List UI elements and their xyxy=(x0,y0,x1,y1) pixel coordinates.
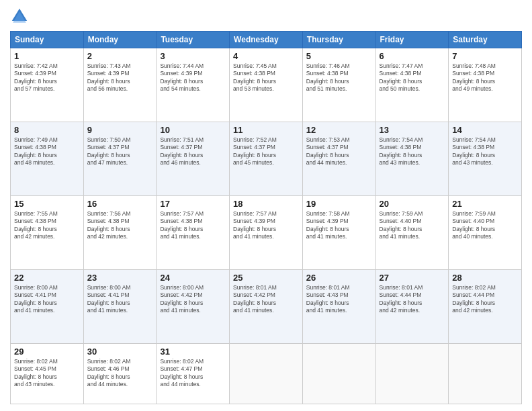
day-info: Sunrise: 8:02 AM Sunset: 4:45 PM Dayligh… xyxy=(14,358,80,389)
day-info: Sunrise: 7:54 AM Sunset: 4:38 PM Dayligh… xyxy=(380,136,445,167)
day-cell: 21 Sunrise: 7:59 AM Sunset: 4:40 PM Dayl… xyxy=(449,196,522,270)
day-number: 23 xyxy=(87,273,153,283)
day-number: 13 xyxy=(380,125,445,135)
day-cell xyxy=(375,344,449,404)
day-cell: 6 Sunrise: 7:47 AM Sunset: 4:38 PM Dayli… xyxy=(375,48,449,122)
day-number: 4 xyxy=(233,51,299,61)
day-number: 30 xyxy=(87,347,153,357)
day-cell: 3 Sunrise: 7:44 AM Sunset: 4:39 PM Dayli… xyxy=(157,48,230,122)
calendar-table: SundayMondayTuesdayWednesdayThursdayFrid… xyxy=(10,31,522,404)
day-info: Sunrise: 7:42 AM Sunset: 4:39 PM Dayligh… xyxy=(14,62,80,93)
day-cell: 13 Sunrise: 7:54 AM Sunset: 4:38 PM Dayl… xyxy=(375,122,449,196)
day-number: 12 xyxy=(306,125,372,135)
day-info: Sunrise: 7:45 AM Sunset: 4:38 PM Dayligh… xyxy=(233,62,299,93)
day-info: Sunrise: 8:02 AM Sunset: 4:44 PM Dayligh… xyxy=(452,284,518,315)
day-info: Sunrise: 7:55 AM Sunset: 4:38 PM Dayligh… xyxy=(14,210,80,241)
day-cell: 28 Sunrise: 8:02 AM Sunset: 4:44 PM Dayl… xyxy=(449,270,522,344)
day-number: 15 xyxy=(14,199,80,209)
day-info: Sunrise: 7:47 AM Sunset: 4:38 PM Dayligh… xyxy=(380,62,445,93)
day-number: 20 xyxy=(380,199,445,209)
header-cell-monday: Monday xyxy=(83,32,157,48)
header-row: SundayMondayTuesdayWednesdayThursdayFrid… xyxy=(11,32,522,48)
day-info: Sunrise: 7:58 AM Sunset: 4:39 PM Dayligh… xyxy=(306,210,372,241)
day-info: Sunrise: 8:01 AM Sunset: 4:43 PM Dayligh… xyxy=(306,284,372,315)
day-number: 21 xyxy=(452,199,518,209)
logo-icon xyxy=(10,7,29,26)
header-cell-tuesday: Tuesday xyxy=(157,32,230,48)
day-cell: 9 Sunrise: 7:50 AM Sunset: 4:37 PM Dayli… xyxy=(83,122,157,196)
day-info: Sunrise: 7:51 AM Sunset: 4:37 PM Dayligh… xyxy=(160,136,226,167)
day-info: Sunrise: 7:43 AM Sunset: 4:39 PM Dayligh… xyxy=(87,62,153,93)
day-number: 27 xyxy=(380,273,445,283)
day-number: 2 xyxy=(87,51,153,61)
day-info: Sunrise: 8:00 AM Sunset: 4:41 PM Dayligh… xyxy=(14,284,80,315)
day-info: Sunrise: 7:48 AM Sunset: 4:38 PM Dayligh… xyxy=(452,62,518,93)
day-cell: 18 Sunrise: 7:57 AM Sunset: 4:39 PM Dayl… xyxy=(230,196,303,270)
day-cell: 25 Sunrise: 8:01 AM Sunset: 4:42 PM Dayl… xyxy=(230,270,303,344)
day-number: 11 xyxy=(233,125,299,135)
week-row-2: 8 Sunrise: 7:49 AM Sunset: 4:38 PM Dayli… xyxy=(11,122,522,196)
day-info: Sunrise: 7:53 AM Sunset: 4:37 PM Dayligh… xyxy=(306,136,372,167)
day-number: 26 xyxy=(306,273,372,283)
day-cell: 23 Sunrise: 8:00 AM Sunset: 4:41 PM Dayl… xyxy=(83,270,157,344)
day-cell xyxy=(449,344,522,404)
day-info: Sunrise: 7:57 AM Sunset: 4:39 PM Dayligh… xyxy=(233,210,299,241)
day-cell: 4 Sunrise: 7:45 AM Sunset: 4:38 PM Dayli… xyxy=(230,48,303,122)
day-cell: 7 Sunrise: 7:48 AM Sunset: 4:38 PM Dayli… xyxy=(449,48,522,122)
day-info: Sunrise: 8:01 AM Sunset: 4:42 PM Dayligh… xyxy=(233,284,299,315)
day-info: Sunrise: 8:01 AM Sunset: 4:44 PM Dayligh… xyxy=(380,284,445,315)
day-cell: 16 Sunrise: 7:56 AM Sunset: 4:38 PM Dayl… xyxy=(83,196,157,270)
day-cell xyxy=(302,344,375,404)
day-info: Sunrise: 7:56 AM Sunset: 4:38 PM Dayligh… xyxy=(87,210,153,241)
day-number: 17 xyxy=(160,199,226,209)
week-row-1: 1 Sunrise: 7:42 AM Sunset: 4:39 PM Dayli… xyxy=(11,48,522,122)
day-number: 25 xyxy=(233,273,299,283)
day-info: Sunrise: 7:46 AM Sunset: 4:38 PM Dayligh… xyxy=(306,62,372,93)
day-info: Sunrise: 7:49 AM Sunset: 4:38 PM Dayligh… xyxy=(14,136,80,167)
day-number: 16 xyxy=(87,199,153,209)
week-row-4: 22 Sunrise: 8:00 AM Sunset: 4:41 PM Dayl… xyxy=(11,270,522,344)
header xyxy=(10,7,522,26)
day-number: 31 xyxy=(160,347,226,357)
day-cell: 30 Sunrise: 8:02 AM Sunset: 4:46 PM Dayl… xyxy=(83,344,157,404)
day-cell: 11 Sunrise: 7:52 AM Sunset: 4:37 PM Dayl… xyxy=(230,122,303,196)
day-cell: 24 Sunrise: 8:00 AM Sunset: 4:42 PM Dayl… xyxy=(157,270,230,344)
day-info: Sunrise: 7:50 AM Sunset: 4:37 PM Dayligh… xyxy=(87,136,153,167)
page: SundayMondayTuesdayWednesdayThursdayFrid… xyxy=(0,0,532,411)
day-info: Sunrise: 7:59 AM Sunset: 4:40 PM Dayligh… xyxy=(452,210,518,241)
day-cell: 29 Sunrise: 8:02 AM Sunset: 4:45 PM Dayl… xyxy=(11,344,84,404)
day-number: 14 xyxy=(452,125,518,135)
header-cell-sunday: Sunday xyxy=(11,32,84,48)
day-info: Sunrise: 8:00 AM Sunset: 4:42 PM Dayligh… xyxy=(160,284,226,315)
day-number: 3 xyxy=(160,51,226,61)
day-number: 7 xyxy=(452,51,518,61)
day-number: 19 xyxy=(306,199,372,209)
day-number: 8 xyxy=(14,125,80,135)
day-cell: 8 Sunrise: 7:49 AM Sunset: 4:38 PM Dayli… xyxy=(11,122,84,196)
day-cell: 14 Sunrise: 7:54 AM Sunset: 4:38 PM Dayl… xyxy=(449,122,522,196)
day-info: Sunrise: 7:57 AM Sunset: 4:38 PM Dayligh… xyxy=(160,210,226,241)
day-info: Sunrise: 8:02 AM Sunset: 4:46 PM Dayligh… xyxy=(87,358,153,389)
day-cell: 20 Sunrise: 7:59 AM Sunset: 4:40 PM Dayl… xyxy=(375,196,449,270)
week-row-3: 15 Sunrise: 7:55 AM Sunset: 4:38 PM Dayl… xyxy=(11,196,522,270)
day-cell: 26 Sunrise: 8:01 AM Sunset: 4:43 PM Dayl… xyxy=(302,270,375,344)
day-cell: 5 Sunrise: 7:46 AM Sunset: 4:38 PM Dayli… xyxy=(302,48,375,122)
day-number: 9 xyxy=(87,125,153,135)
day-cell: 31 Sunrise: 8:02 AM Sunset: 4:47 PM Dayl… xyxy=(157,344,230,404)
week-row-5: 29 Sunrise: 8:02 AM Sunset: 4:45 PM Dayl… xyxy=(11,344,522,404)
day-info: Sunrise: 8:02 AM Sunset: 4:47 PM Dayligh… xyxy=(160,358,226,389)
day-cell: 19 Sunrise: 7:58 AM Sunset: 4:39 PM Dayl… xyxy=(302,196,375,270)
header-cell-wednesday: Wednesday xyxy=(230,32,303,48)
day-number: 29 xyxy=(14,347,80,357)
day-info: Sunrise: 7:54 AM Sunset: 4:38 PM Dayligh… xyxy=(452,136,518,167)
day-cell: 10 Sunrise: 7:51 AM Sunset: 4:37 PM Dayl… xyxy=(157,122,230,196)
header-cell-thursday: Thursday xyxy=(302,32,375,48)
day-cell: 12 Sunrise: 7:53 AM Sunset: 4:37 PM Dayl… xyxy=(302,122,375,196)
day-number: 22 xyxy=(14,273,80,283)
logo xyxy=(10,7,32,26)
header-cell-friday: Friday xyxy=(375,32,449,48)
day-cell: 1 Sunrise: 7:42 AM Sunset: 4:39 PM Dayli… xyxy=(11,48,84,122)
header-cell-saturday: Saturday xyxy=(449,32,522,48)
day-number: 5 xyxy=(306,51,372,61)
day-number: 1 xyxy=(14,51,80,61)
